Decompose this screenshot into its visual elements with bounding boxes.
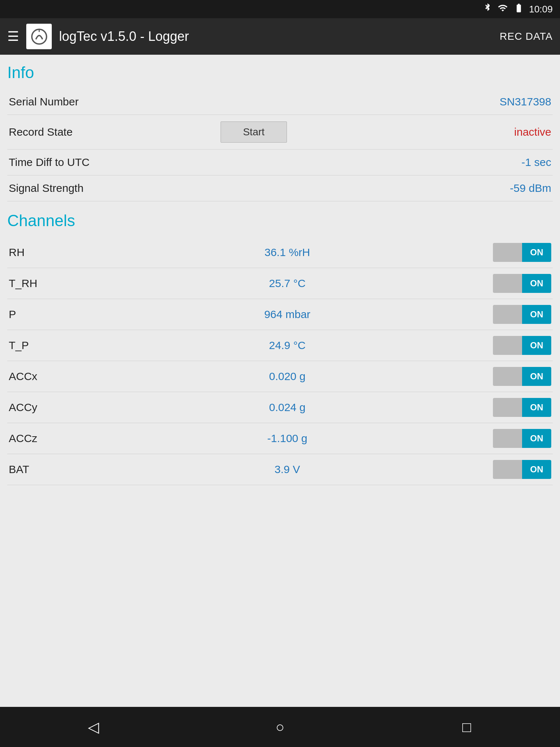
toggle-on-label: ON — [522, 274, 551, 293]
toggle-off-part — [493, 398, 522, 417]
status-time: 10:09 — [529, 4, 553, 15]
toggle-on-label: ON — [522, 398, 551, 417]
record-state-center: Start — [155, 121, 353, 143]
channel-value-p: 964 mbar — [82, 308, 493, 321]
channel-value-rh: 36.1 %rH — [82, 246, 493, 259]
home-button[interactable]: ○ — [265, 712, 295, 742]
battery-icon — [513, 3, 525, 15]
channel-toggle-accx[interactable]: ON — [493, 367, 551, 386]
channel-name-t_rh: T_RH — [9, 277, 82, 290]
serial-number-label: Serial Number — [9, 96, 155, 108]
channel-row: ACCz -1.100 g ON — [7, 423, 553, 454]
channel-row: BAT 3.9 V ON — [7, 454, 553, 485]
serial-number-value: SN317398 — [353, 96, 551, 108]
channel-row: P 964 mbar ON — [7, 299, 553, 330]
channel-toggle-rh[interactable]: ON — [493, 243, 551, 262]
time-diff-label: Time Diff to UTC — [9, 156, 155, 169]
toggle-on-label: ON — [522, 243, 551, 262]
channel-name-bat: BAT — [9, 463, 82, 476]
start-button[interactable]: Start — [221, 121, 287, 143]
channel-row: T_P 24.9 °C ON — [7, 330, 553, 361]
info-section: Info Serial Number SN317398 Record State… — [7, 63, 553, 201]
toggle-off-part — [493, 429, 522, 448]
main-content: Info Serial Number SN317398 Record State… — [0, 55, 560, 707]
back-icon: ◁ — [88, 719, 99, 735]
toggle-on-label: ON — [522, 367, 551, 386]
channel-row: ACCx 0.020 g ON — [7, 361, 553, 392]
channel-name-p: P — [9, 308, 82, 321]
channels-section-title: Channels — [7, 212, 553, 230]
toggle-on-label: ON — [522, 429, 551, 448]
channel-row: RH 36.1 %rH ON — [7, 237, 553, 268]
channel-toggle-t_p[interactable]: ON — [493, 336, 551, 355]
time-diff-value: -1 sec — [353, 156, 551, 169]
channel-toggle-accz[interactable]: ON — [493, 429, 551, 448]
channel-value-t_p: 24.9 °C — [82, 339, 493, 352]
toggle-off-part — [493, 460, 522, 479]
toggle-on-label: ON — [522, 336, 551, 355]
toggle-on-label: ON — [522, 305, 551, 324]
channels-section: Channels RH 36.1 %rH ON T_RH 25.7 °C ON … — [7, 212, 553, 485]
rec-data-button[interactable]: REC DATA — [500, 31, 553, 42]
toggle-off-part — [493, 274, 522, 293]
signal-strength-label: Signal Strength — [9, 182, 155, 194]
toggle-off-part — [493, 336, 522, 355]
wifi-icon — [497, 3, 509, 15]
channel-value-accy: 0.024 g — [82, 401, 493, 414]
status-icons: 10:09 — [482, 3, 553, 15]
info-section-title: Info — [7, 63, 553, 82]
channel-value-accz: -1.100 g — [82, 432, 493, 445]
status-bar: 10:09 — [0, 0, 560, 18]
channel-value-bat: 3.9 V — [82, 463, 493, 476]
channel-toggle-t_rh[interactable]: ON — [493, 274, 551, 293]
app-logo — [26, 24, 52, 49]
signal-strength-value: -59 dBm — [353, 182, 551, 194]
home-icon: ○ — [276, 719, 284, 735]
toggle-off-part — [493, 367, 522, 386]
serial-number-row: Serial Number SN317398 — [7, 89, 553, 115]
app-bar: ☰ logTec v1.5.0 - Logger REC DATA — [0, 18, 560, 55]
channel-value-t_rh: 25.7 °C — [82, 277, 493, 290]
time-diff-row: Time Diff to UTC -1 sec — [7, 150, 553, 175]
toggle-off-part — [493, 243, 522, 262]
bluetooth-icon — [482, 3, 493, 15]
channel-row: T_RH 25.7 °C ON — [7, 268, 553, 299]
record-state-row: Record State Start inactive — [7, 115, 553, 150]
channel-toggle-bat[interactable]: ON — [493, 460, 551, 479]
record-state-label: Record State — [9, 126, 155, 138]
channel-name-accx: ACCx — [9, 370, 82, 383]
recent-button[interactable]: □ — [452, 712, 481, 742]
channel-rows-container: RH 36.1 %rH ON T_RH 25.7 °C ON P 964 mba… — [7, 237, 553, 485]
channel-name-rh: RH — [9, 246, 82, 259]
channel-name-t_p: T_P — [9, 339, 82, 352]
bottom-nav: ◁ ○ □ — [0, 707, 560, 747]
recent-icon: □ — [462, 719, 471, 735]
channel-name-accy: ACCy — [9, 401, 82, 414]
back-button[interactable]: ◁ — [79, 712, 108, 742]
channel-toggle-p[interactable]: ON — [493, 305, 551, 324]
app-title: logTec v1.5.0 - Logger — [59, 29, 500, 44]
channel-row: ACCy 0.024 g ON — [7, 392, 553, 423]
channel-toggle-accy[interactable]: ON — [493, 398, 551, 417]
signal-strength-row: Signal Strength -59 dBm — [7, 175, 553, 201]
channel-name-accz: ACCz — [9, 432, 82, 445]
record-state-value: inactive — [353, 126, 551, 138]
hamburger-icon[interactable]: ☰ — [7, 29, 19, 44]
toggle-off-part — [493, 305, 522, 324]
toggle-on-label: ON — [522, 460, 551, 479]
channel-value-accx: 0.020 g — [82, 370, 493, 383]
